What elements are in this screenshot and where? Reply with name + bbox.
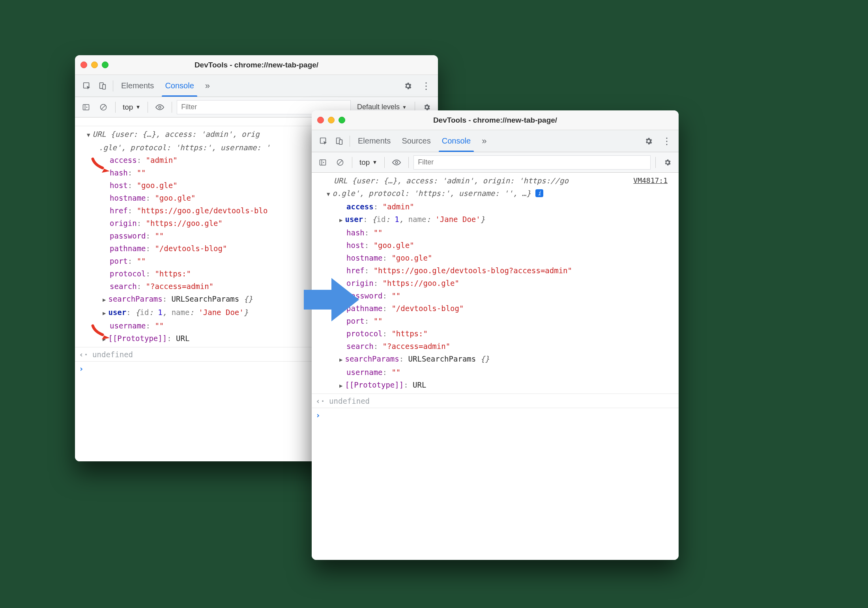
device-toggle-icon[interactable] [95, 78, 110, 94]
filter-input[interactable] [413, 155, 651, 170]
eye-icon[interactable] [389, 155, 404, 170]
titlebar[interactable]: DevTools - chrome://new-tab-page/ [75, 55, 438, 75]
tab-bar: Elements Console » ⋮ [75, 75, 438, 97]
prop-row[interactable]: access: "admin" [312, 200, 679, 213]
chevron-down-icon: ▼ [402, 104, 407, 110]
sidebar-toggle-icon[interactable] [79, 100, 93, 114]
prop-row[interactable]: hash: "" [312, 226, 679, 239]
svg-rect-9 [339, 140, 342, 144]
settings-icon[interactable] [400, 78, 416, 94]
titlebar[interactable]: DevTools - chrome://new-tab-page/ [312, 110, 679, 130]
context-selector[interactable]: top ▼ [357, 158, 380, 167]
settings-icon[interactable] [641, 133, 657, 149]
tab-label: Elements [358, 136, 391, 145]
inspect-icon[interactable] [79, 78, 95, 94]
prop-row[interactable]: searchParams: URLSearchParams {} [312, 352, 679, 366]
tab-label: Elements [121, 81, 154, 90]
tab-overflow[interactable]: » [200, 75, 215, 97]
minimize-icon[interactable] [328, 117, 335, 123]
svg-point-13 [396, 161, 398, 164]
tab-elements[interactable]: Elements [352, 130, 396, 152]
svg-line-5 [101, 105, 105, 109]
tab-overflow[interactable]: » [476, 130, 492, 152]
chevron-down-icon: ▼ [372, 159, 377, 165]
console-toolbar: top ▼ [312, 152, 679, 173]
prop-row[interactable]: host: "goo.gle" [312, 239, 679, 252]
tab-label: Console [442, 136, 471, 145]
prop-row[interactable]: [[Prototype]]: URL [312, 379, 679, 392]
prop-row[interactable]: hostname: "goo.gle" [312, 252, 679, 264]
minimize-icon[interactable] [91, 62, 98, 68]
levels-selector[interactable]: Default levels ▼ [354, 103, 410, 111]
svg-rect-10 [320, 160, 326, 165]
clear-console-icon[interactable] [96, 100, 110, 114]
tab-elements[interactable]: Elements [116, 75, 159, 97]
prop-row[interactable]: password: "" [312, 289, 679, 302]
inspect-icon[interactable] [316, 133, 331, 149]
maximize-icon[interactable] [339, 117, 345, 123]
chevron-down-icon: ▼ [135, 104, 140, 110]
tab-console[interactable]: Console [159, 75, 199, 97]
object-header[interactable]: URL {user: {…}, access: 'admin', origin:… [312, 174, 679, 187]
result-row: ‹·undefined [312, 394, 679, 408]
prop-row[interactable]: username: "" [312, 366, 679, 379]
svg-point-6 [159, 106, 161, 108]
prop-row[interactable]: port: "" [312, 315, 679, 327]
maximize-icon[interactable] [102, 62, 108, 68]
settings-icon[interactable] [660, 155, 675, 170]
more-icon[interactable]: ⋮ [659, 133, 675, 149]
vm-link[interactable]: VM4817:1 [633, 174, 668, 187]
prop-row[interactable]: search: "?access=admin" [312, 340, 679, 352]
device-toggle-icon[interactable] [331, 133, 347, 149]
object-header[interactable]: o.gle', protocol: 'https:', username: ''… [312, 187, 679, 200]
filter-field[interactable] [414, 156, 650, 169]
context-selector[interactable]: top ▼ [120, 103, 143, 112]
context-label: top [359, 158, 370, 167]
close-icon[interactable] [80, 62, 87, 68]
prop-row[interactable]: origin: "https://goo.gle" [312, 277, 679, 289]
levels-label: Default levels [357, 103, 400, 111]
context-label: top [123, 103, 133, 112]
tab-label: Console [165, 81, 194, 90]
prop-row[interactable]: protocol: "https:" [312, 327, 679, 340]
sidebar-toggle-icon[interactable] [316, 155, 330, 170]
prop-row[interactable]: user: {id: 1, name: 'Jane Doe'} [312, 213, 679, 226]
svg-rect-3 [83, 104, 89, 110]
tab-console[interactable]: Console [436, 130, 476, 152]
clear-console-icon[interactable] [333, 155, 347, 170]
svg-rect-2 [103, 84, 105, 89]
svg-line-12 [338, 160, 342, 164]
eye-icon[interactable] [153, 100, 167, 114]
window-title: DevTools - chrome://new-tab-page/ [75, 61, 438, 69]
prop-row[interactable]: pathname: "/devtools-blog" [312, 302, 679, 315]
prop-row[interactable]: href: "https://goo.gle/devtools-blog?acc… [312, 264, 679, 277]
tab-sources[interactable]: Sources [396, 130, 436, 152]
window-title: DevTools - chrome://new-tab-page/ [312, 116, 679, 125]
close-icon[interactable] [317, 117, 324, 123]
tab-bar: Elements Sources Console » ⋮ [312, 130, 679, 152]
tab-label: Sources [402, 136, 430, 145]
info-icon[interactable]: i [535, 189, 543, 197]
prompt-row[interactable]: › [312, 408, 679, 422]
more-icon[interactable]: ⋮ [418, 78, 434, 94]
console-content[interactable]: VM4817:1 URL {user: {…}, access: 'admin'… [312, 173, 679, 560]
devtools-window-right: DevTools - chrome://new-tab-page/ Elemen… [312, 110, 679, 560]
